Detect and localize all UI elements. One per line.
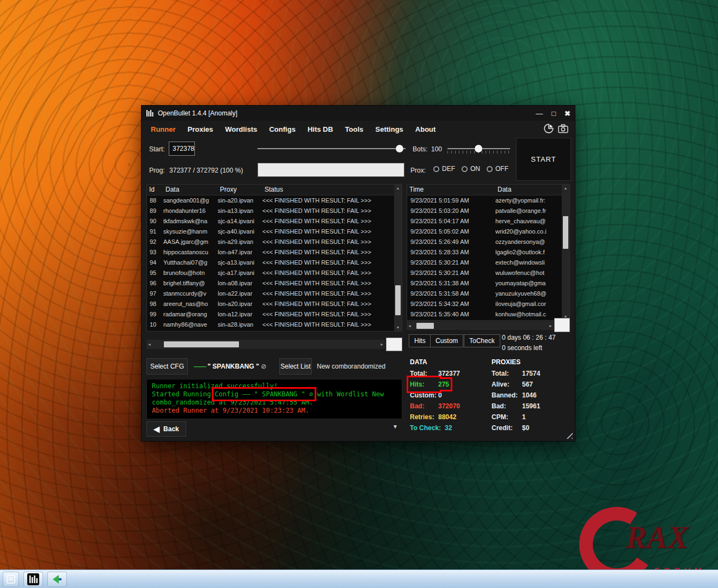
result-row[interactable]: 89 rhondahunter16 sin-a13.ipvan <<< FINI… bbox=[147, 206, 395, 216]
tab-custom[interactable]: Custom bbox=[430, 334, 463, 347]
result-row[interactable]: 90 tkfadmskwk@na sjc-a14.ipvani <<< FINI… bbox=[147, 216, 395, 226]
stat-label: Credit: bbox=[492, 422, 522, 433]
result-row[interactable]: 93 hippocastanoscu lon-a47.ipvar <<< FIN… bbox=[147, 247, 395, 258]
results-scroll-thumb[interactable] bbox=[395, 285, 401, 315]
start-button[interactable]: START bbox=[516, 138, 571, 181]
result-proxy: lon-a20.ipvar bbox=[218, 299, 262, 309]
hit-row[interactable]: 9/23/2021 5:01:59 AM azerty@yopmail.fr: bbox=[407, 195, 563, 206]
desktop: RAX FORUM OpenBullet 1.4.4 [Anomaly] — □ bbox=[0, 0, 718, 588]
column-header-proxy[interactable]: Proxy bbox=[218, 185, 262, 195]
result-row[interactable]: 91 skysuzie@hanm sjc-a40.ipvani <<< FINI… bbox=[147, 226, 395, 237]
minimize-button[interactable]: — bbox=[536, 109, 543, 118]
hit-row[interactable]: 9/23/2021 5:31:58 AM yanuzukyuveh68@ bbox=[407, 289, 563, 299]
back-button[interactable]: ◀ Back bbox=[146, 421, 186, 437]
result-row[interactable]: 88 sangdean001@g sin-a20.ipvan <<< FINIS… bbox=[147, 195, 395, 206]
media-app-icon bbox=[51, 573, 63, 585]
hit-time: 9/23/2021 5:04:17 AM bbox=[407, 216, 495, 226]
result-id: 10 bbox=[147, 320, 163, 330]
hit-row[interactable]: 9/23/2021 5:30:21 AM wuluwofenuc@hot bbox=[407, 268, 563, 278]
hit-data: herve_chauveau@ bbox=[495, 216, 563, 226]
taskbar-pinned-app-button[interactable] bbox=[3, 572, 19, 587]
proxy-radio-off[interactable]: OFF bbox=[487, 165, 508, 173]
menu-proxies[interactable]: Proxies bbox=[182, 122, 219, 137]
scroll-left-icon[interactable]: ◄ bbox=[408, 324, 412, 328]
menu-runner[interactable]: Runner bbox=[145, 122, 182, 137]
result-data: radamar@orang bbox=[163, 309, 218, 320]
hits-scroll-thumb[interactable] bbox=[563, 216, 568, 249]
scroll-right-icon[interactable]: ► bbox=[549, 324, 553, 328]
menu-tools[interactable]: Tools bbox=[339, 122, 370, 137]
tab-hits[interactable]: Hits bbox=[409, 334, 431, 347]
scroll-left-icon[interactable]: ◄ bbox=[148, 342, 151, 346]
hit-row[interactable]: 9/23/2021 5:26:49 AM ozzyandersonya@ bbox=[407, 237, 563, 247]
result-row[interactable]: 94 Yutthachai07@g sjc-a13.ipvani <<< FIN… bbox=[147, 258, 395, 268]
results-horizontal-scrollbar[interactable]: ◄ ► bbox=[146, 340, 385, 349]
close-button[interactable]: ✖ bbox=[564, 109, 570, 118]
hit-row[interactable]: 9/23/2021 5:30:21 AM extech@windowsli bbox=[407, 258, 563, 268]
scroll-up-icon[interactable]: ▲ bbox=[396, 185, 400, 192]
hit-row[interactable]: 9/23/2021 5:34:32 AM iloveuja@gmail.cor bbox=[407, 299, 563, 309]
column-header-data[interactable]: Data bbox=[163, 185, 218, 195]
radio-def-circle[interactable] bbox=[433, 166, 439, 172]
result-proxy: sjc-a40.ipvani bbox=[218, 226, 262, 237]
hits-grid-header: Time Data bbox=[407, 185, 569, 195]
result-row[interactable]: 92 AASA.jgarc@gm sin-a29.ipvan <<< FINIS… bbox=[147, 237, 395, 247]
result-id: 98 bbox=[147, 299, 163, 309]
scroll-down-icon[interactable]: ▼ bbox=[396, 324, 400, 331]
results-hscroll-thumb[interactable] bbox=[164, 341, 239, 347]
stat-data-custom: Custom:0 bbox=[410, 390, 489, 401]
hits-hscroll-thumb[interactable] bbox=[416, 323, 434, 329]
stats-proxies-title: PROXIES bbox=[492, 358, 568, 366]
radio-off-circle[interactable] bbox=[487, 166, 493, 172]
titlebar[interactable]: OpenBullet 1.4.4 [Anomaly] — □ ✖ bbox=[142, 106, 575, 121]
hits-horizontal-scrollbar[interactable]: ◄ ► bbox=[407, 321, 554, 330]
proxy-radio-on[interactable]: ON bbox=[462, 165, 480, 173]
results-vertical-scrollbar[interactable]: ▲ ▼ bbox=[394, 185, 402, 331]
menu-hitsdb[interactable]: Hits DB bbox=[302, 122, 339, 137]
result-row[interactable]: 97 stanmccurdy@v lon-a22.ipvar <<< FINIS… bbox=[147, 289, 395, 299]
result-row[interactable]: 95 brunofou@hotn sjc-a17.ipvani <<< FINI… bbox=[147, 268, 395, 278]
hit-row[interactable]: 9/23/2021 5:04:17 AM herve_chauveau@ bbox=[407, 216, 563, 226]
pie-chart-icon[interactable] bbox=[544, 124, 554, 136]
scroll-right-icon[interactable]: ► bbox=[380, 342, 384, 346]
start-input[interactable]: 372378 bbox=[169, 142, 195, 156]
maximize-button[interactable]: □ bbox=[551, 109, 556, 118]
column-header-status[interactable]: Status bbox=[262, 185, 402, 195]
stat-value: 372070 bbox=[438, 402, 460, 410]
select-cfg-button[interactable]: Select CFG bbox=[146, 358, 188, 375]
column-header-id[interactable]: Id bbox=[147, 185, 163, 195]
stat-label: Total: bbox=[410, 368, 438, 379]
back-label: Back bbox=[163, 425, 179, 433]
taskbar-openbullet-button[interactable] bbox=[23, 572, 43, 587]
scroll-up-icon[interactable]: ▲ bbox=[564, 185, 568, 192]
column-header-time[interactable]: Time bbox=[407, 185, 495, 195]
hit-row[interactable]: 9/23/2021 5:28:33 AM lgaglio2@outlook.f bbox=[407, 247, 563, 258]
stat-value: 88042 bbox=[438, 413, 456, 421]
result-row[interactable]: 10 namhy86@nave sin-a28.ipvan <<< FINISH… bbox=[147, 320, 395, 330]
hit-row[interactable]: 9/23/2021 5:35:40 AM konhuw@hotmail.c bbox=[407, 309, 563, 320]
menu-about[interactable]: About bbox=[409, 122, 442, 137]
radio-on-circle[interactable] bbox=[462, 166, 468, 172]
progress-slider-thumb[interactable] bbox=[396, 145, 403, 152]
bots-slider-thumb[interactable] bbox=[475, 145, 482, 152]
menu-settings[interactable]: Settings bbox=[370, 122, 409, 137]
hit-row[interactable]: 9/23/2021 5:03:20 AM patvalle@orange.fr bbox=[407, 206, 563, 216]
proxy-radio-def[interactable]: DEF bbox=[433, 165, 455, 173]
hit-row[interactable]: 9/23/2021 5:31:38 AM youmayatap@gma bbox=[407, 278, 563, 289]
taskbar-app2-button[interactable] bbox=[47, 572, 67, 587]
log-dropdown-icon[interactable]: ▼ bbox=[392, 424, 398, 430]
progress-slider-track[interactable] bbox=[257, 148, 406, 149]
menu-wordlists[interactable]: Wordlists bbox=[219, 122, 263, 137]
camera-icon[interactable] bbox=[558, 124, 568, 136]
result-row[interactable]: 99 radamar@orang lon-a12.ipvar <<< FINIS… bbox=[147, 309, 395, 320]
result-status: <<< FINISHED WITH RESULT: FAIL >>> bbox=[262, 320, 395, 330]
result-row[interactable]: 96 brighel.tiffany@ lon-a08.ipvar <<< FI… bbox=[147, 278, 395, 289]
select-list-button[interactable]: Select List bbox=[279, 358, 312, 375]
column-header-hit-data[interactable]: Data bbox=[495, 185, 569, 195]
tab-tocheck[interactable]: ToCheck bbox=[464, 334, 500, 347]
menu-configs[interactable]: Configs bbox=[263, 122, 301, 137]
hit-row[interactable]: 9/23/2021 5:05:02 AM wrid20@yahoo.co.i bbox=[407, 226, 563, 237]
selected-wordlist-name: New comborandomized bbox=[317, 363, 385, 370]
hits-vertical-scrollbar[interactable]: ▲ ▼ bbox=[562, 185, 569, 320]
result-row[interactable]: 98 areerut_nas@ho lon-a20.ipvar <<< FINI… bbox=[147, 299, 395, 309]
